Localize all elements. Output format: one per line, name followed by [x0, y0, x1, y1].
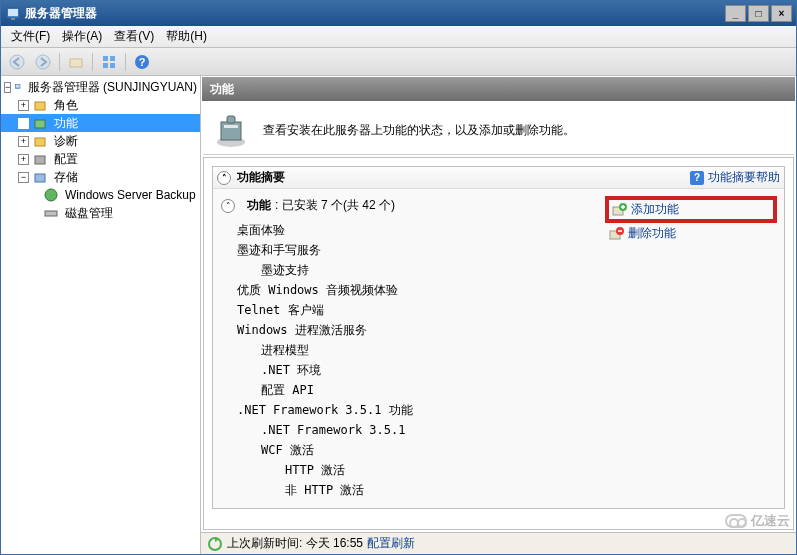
- add-features-link[interactable]: 添加功能: [606, 197, 776, 222]
- titlebar: 服务器管理器 _ □ ×: [1, 1, 796, 26]
- backup-icon: [43, 187, 59, 203]
- feature-item: 进程模型: [261, 340, 606, 360]
- feature-item: Telnet 客户端: [237, 300, 606, 320]
- scroll-area[interactable]: ˄ 功能摘要 ? 功能摘要帮助 ˄ 功能 :: [203, 157, 794, 530]
- tree-config[interactable]: + 配置: [1, 150, 200, 168]
- svg-rect-17: [35, 156, 45, 164]
- disk-icon: [43, 205, 59, 221]
- svg-point-3: [10, 55, 24, 69]
- tree-label: 功能: [51, 114, 81, 133]
- expand-toggle: [18, 118, 29, 129]
- expand-toggle[interactable]: −: [4, 82, 11, 93]
- menu-view[interactable]: 查看(V): [108, 26, 160, 47]
- content-top: 查看安装在此服务器上功能的状态，以及添加或删除功能。: [203, 102, 794, 155]
- svg-rect-13: [16, 85, 20, 87]
- folder-icon: [68, 54, 84, 70]
- back-icon: [9, 54, 25, 70]
- feature-item: .NET Framework 3.5.1: [261, 420, 606, 440]
- tree-label: 存储: [51, 168, 81, 187]
- tree-diagnostics[interactable]: + 诊断: [1, 132, 200, 150]
- svg-point-4: [36, 55, 50, 69]
- svg-rect-1: [8, 9, 18, 16]
- feature-item: Windows 进程激活服务: [237, 320, 606, 340]
- section-title: 功能摘要: [237, 169, 285, 186]
- remove-features-link[interactable]: 删除功能: [606, 223, 776, 244]
- toolbar-grid-button[interactable]: [97, 51, 121, 73]
- features-label: 功能: [247, 197, 271, 214]
- grid-icon: [101, 54, 117, 70]
- collapse-icon[interactable]: ˄: [217, 171, 231, 185]
- svg-rect-20: [45, 211, 57, 216]
- svg-rect-8: [103, 63, 108, 68]
- forward-button[interactable]: [31, 51, 55, 73]
- content-description: 查看安装在此服务器上功能的状态，以及添加或删除功能。: [263, 122, 575, 139]
- toolbar: ?: [1, 48, 796, 76]
- watermark-text: 亿速云: [751, 512, 790, 530]
- tree-roles[interactable]: + 角色: [1, 96, 200, 114]
- forward-icon: [35, 54, 51, 70]
- watermark-icon: [725, 514, 747, 528]
- configure-refresh-link[interactable]: 配置刷新: [367, 535, 415, 552]
- svg-rect-7: [110, 56, 115, 61]
- tree-label: 配置: [51, 150, 81, 169]
- config-icon: [32, 151, 48, 167]
- minimize-button[interactable]: _: [725, 5, 746, 22]
- status-text: 上次刷新时间: 今天 16:55: [227, 535, 363, 552]
- tree-features[interactable]: 功能: [1, 114, 200, 132]
- features-icon: [32, 115, 48, 131]
- nav-tree[interactable]: − 服务器管理器 (SUNJINGYUAN) + 角色 功能 + 诊断 +: [1, 76, 201, 554]
- features-count: : 已安装 7 个(共 42 个): [275, 197, 395, 214]
- tree-wsb[interactable]: Windows Server Backup: [1, 186, 200, 204]
- feature-item: 墨迹支持: [261, 260, 606, 280]
- expand-toggle[interactable]: −: [18, 172, 29, 183]
- expand-toggle[interactable]: +: [18, 136, 29, 147]
- remove-icon: [608, 226, 624, 242]
- diagnostics-icon: [32, 133, 48, 149]
- svg-rect-15: [35, 120, 45, 128]
- storage-icon: [32, 169, 48, 185]
- collapse-icon[interactable]: ˄: [221, 199, 235, 213]
- tree-label: Windows Server Backup: [62, 187, 199, 203]
- section-header[interactable]: ˄ 功能摘要 ? 功能摘要帮助: [213, 167, 784, 189]
- tree-root-label: 服务器管理器 (SUNJINGYUAN): [25, 78, 200, 97]
- menu-file[interactable]: 文件(F): [5, 26, 56, 47]
- watermark: 亿速云: [725, 512, 790, 530]
- svg-rect-14: [35, 102, 45, 110]
- features-large-icon: [211, 110, 251, 150]
- help-icon: ?: [134, 54, 150, 70]
- tree-root[interactable]: − 服务器管理器 (SUNJINGYUAN): [1, 78, 200, 96]
- tree-label: 诊断: [51, 132, 81, 151]
- toolbar-help-button[interactable]: ?: [130, 51, 154, 73]
- feature-item: HTTP 激活: [285, 460, 606, 480]
- menu-help[interactable]: 帮助(H): [160, 26, 213, 47]
- server-manager-icon: [5, 6, 21, 22]
- remove-features-label: 删除功能: [628, 225, 676, 242]
- up-button[interactable]: [64, 51, 88, 73]
- main-pane: 功能 查看安装在此服务器上功能的状态，以及添加或删除功能。 ˄ 功能摘要: [201, 76, 796, 554]
- menu-action[interactable]: 操作(A): [56, 26, 108, 47]
- maximize-button[interactable]: □: [748, 5, 769, 22]
- summary-help-label: 功能摘要帮助: [708, 169, 780, 186]
- tree-label: 磁盘管理: [62, 204, 116, 223]
- feature-item: .NET 环境: [261, 360, 606, 380]
- status-bar: 上次刷新时间: 今天 16:55 配置刷新: [201, 532, 796, 554]
- svg-rect-5: [70, 59, 82, 67]
- close-button[interactable]: ×: [771, 5, 792, 22]
- expand-toggle[interactable]: +: [18, 154, 29, 165]
- svg-rect-23: [224, 125, 238, 128]
- feature-item: 墨迹和手写服务: [237, 240, 606, 260]
- expand-toggle[interactable]: +: [18, 100, 29, 111]
- feature-list: 桌面体验墨迹和手写服务墨迹支持优质 Windows 音频视频体验Telnet 客…: [237, 220, 606, 500]
- feature-item: 配置 API: [261, 380, 606, 400]
- back-button[interactable]: [5, 51, 29, 73]
- summary-help-link[interactable]: ? 功能摘要帮助: [690, 169, 780, 186]
- help-badge-icon: ?: [690, 171, 704, 185]
- tree-diskmgmt[interactable]: 磁盘管理: [1, 204, 200, 222]
- svg-rect-9: [110, 63, 115, 68]
- tree-label: 角色: [51, 96, 81, 115]
- feature-item: 桌面体验: [237, 220, 606, 240]
- feature-item: .NET Framework 3.5.1 功能: [237, 400, 606, 420]
- tree-storage[interactable]: − 存储: [1, 168, 200, 186]
- svg-point-19: [45, 189, 57, 201]
- feature-item: 优质 Windows 音频视频体验: [237, 280, 606, 300]
